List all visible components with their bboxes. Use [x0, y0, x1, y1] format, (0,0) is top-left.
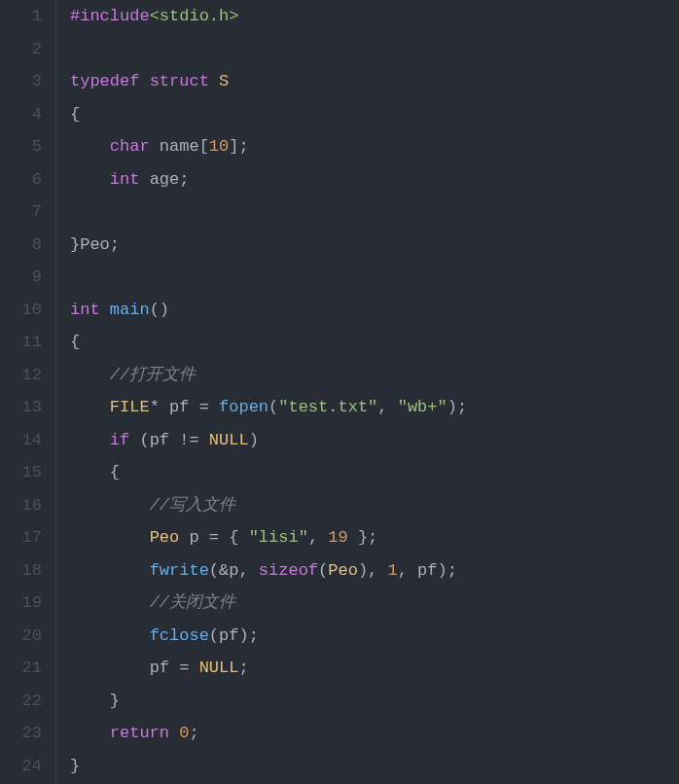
token: = [169, 659, 199, 677]
token: "test.txt" [278, 398, 377, 416]
token: S [219, 72, 229, 90]
token [70, 398, 110, 416]
line-number: 19 [10, 587, 42, 620]
code-line[interactable]: Peo p = { "lisi", 19 }; [70, 521, 679, 554]
token: != [169, 431, 209, 449]
token: ( [129, 431, 149, 449]
token: , [398, 561, 417, 580]
token: * [150, 398, 169, 416]
token: } [70, 757, 80, 775]
code-line[interactable]: typedef struct S [70, 65, 679, 98]
code-line[interactable]: fclose(pf); [70, 620, 679, 653]
line-number: 11 [10, 326, 42, 359]
token [70, 724, 110, 742]
token: int [110, 170, 140, 189]
token: [ [199, 137, 209, 156]
token: ( [268, 398, 278, 416]
token: struct [150, 72, 209, 90]
line-number-gutter: 123456789101112131415161718192021222324 [0, 0, 56, 784]
line-number: 16 [10, 489, 42, 522]
token: <stdio.h> [150, 7, 239, 25]
token: p [229, 561, 238, 580]
token: #include [70, 7, 150, 25]
line-number: 2 [10, 33, 42, 66]
token [139, 170, 149, 189]
token: ); [238, 626, 258, 645]
token [169, 724, 179, 742]
code-editor[interactable]: 123456789101112131415161718192021222324 … [0, 0, 679, 784]
token: pf [150, 659, 169, 677]
token: pf [150, 431, 169, 449]
token: ); [438, 561, 457, 580]
code-line[interactable] [70, 261, 679, 294]
line-number: 8 [10, 229, 42, 262]
code-line[interactable]: int main() [70, 294, 679, 327]
code-line[interactable]: pf = NULL; [70, 652, 679, 685]
code-line[interactable]: } [70, 750, 679, 783]
token: NULL [209, 431, 249, 449]
code-line[interactable]: fwrite(&p, sizeof(Peo), 1, pf); [70, 554, 679, 588]
token: ; [189, 724, 198, 742]
line-number: 3 [10, 65, 42, 98]
token: 1 [388, 561, 398, 580]
code-line[interactable]: //写入文件 [70, 489, 679, 522]
code-line[interactable] [70, 196, 679, 229]
code-line[interactable]: }Peo; [70, 229, 679, 262]
token [150, 137, 160, 156]
token: } [70, 692, 120, 710]
token [70, 431, 110, 449]
token: "lisi" [249, 528, 308, 547]
token: pf [417, 561, 437, 580]
code-line[interactable]: FILE* pf = fopen("test.txt", "wb+"); [70, 391, 679, 424]
code-line[interactable]: if (pf != NULL) [70, 424, 679, 457]
token: age [150, 170, 180, 189]
code-line[interactable] [70, 33, 679, 66]
token: 0 [179, 724, 189, 742]
token: ), [358, 561, 388, 580]
token: pf [169, 398, 189, 416]
token: fclose [150, 626, 209, 645]
token: ( [318, 561, 328, 580]
code-area[interactable]: #include<stdio.h> typedef struct S{ char… [56, 0, 679, 784]
token: ; [179, 170, 189, 189]
token: Peo [150, 528, 180, 547]
token [70, 528, 150, 547]
token: { [70, 463, 120, 481]
token: (& [209, 561, 229, 580]
line-number: 12 [10, 359, 42, 392]
code-line[interactable]: //打开文件 [70, 359, 679, 392]
token: main [110, 301, 150, 319]
code-line[interactable]: return 0; [70, 717, 679, 750]
token [70, 496, 150, 515]
token [70, 593, 150, 612]
token: p [189, 528, 198, 547]
code-line[interactable]: { [70, 98, 679, 131]
token: }; [348, 528, 378, 547]
line-number: 4 [10, 98, 42, 131]
line-number: 18 [10, 554, 42, 588]
code-line[interactable]: int age; [70, 163, 679, 196]
code-line[interactable]: //关闭文件 [70, 587, 679, 620]
token: name [160, 137, 199, 156]
token [70, 561, 150, 580]
code-line[interactable]: char name[10]; [70, 130, 679, 163]
token: , [238, 561, 258, 580]
code-line[interactable]: { [70, 326, 679, 359]
token [70, 170, 110, 189]
token: sizeof [259, 561, 318, 580]
token [139, 72, 149, 90]
token: ( [209, 626, 219, 645]
code-line[interactable]: #include<stdio.h> [70, 0, 679, 33]
token: { [70, 105, 80, 124]
token [70, 366, 110, 384]
token: , [308, 528, 328, 547]
code-line[interactable]: } [70, 685, 679, 718]
token: () [150, 301, 169, 319]
token: fopen [219, 398, 268, 416]
line-number: 17 [10, 521, 42, 554]
code-line[interactable]: { [70, 456, 679, 489]
line-number: 22 [10, 685, 42, 718]
token: int [70, 301, 100, 319]
token [70, 626, 150, 645]
token [70, 137, 110, 156]
